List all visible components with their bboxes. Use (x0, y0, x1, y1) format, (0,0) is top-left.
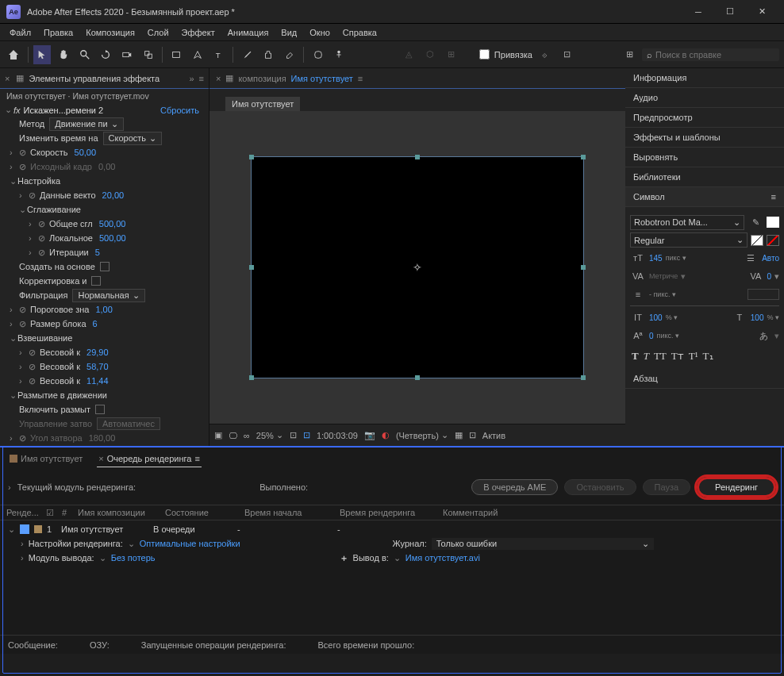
allcaps-button[interactable]: TT (654, 350, 667, 363)
panel-audio[interactable]: Аудио (625, 88, 784, 108)
bold-button[interactable]: T (632, 350, 639, 363)
brush-tool[interactable] (238, 45, 256, 64)
clone-tool[interactable] (259, 45, 278, 64)
help-search[interactable]: ⌕ (642, 48, 779, 61)
no-color-swatch[interactable] (767, 235, 779, 246)
viewer-btn-7[interactable]: ⊡ (469, 430, 476, 440)
stroke-swatch[interactable] (751, 235, 763, 246)
rq-item-checkbox[interactable] (20, 524, 29, 534)
snap-checkbox[interactable] (479, 49, 490, 60)
timecode[interactable]: 1:00:03:09 (317, 431, 358, 440)
render-button[interactable]: Рендеринг (697, 477, 776, 497)
leading-value[interactable]: Авто (762, 254, 779, 263)
menu-window[interactable]: Окно (305, 26, 335, 39)
effect-name[interactable]: Искажен...ремени 2 (24, 106, 104, 115)
render-settings-link[interactable]: Оптимальные настройки (140, 539, 240, 548)
stopwatch-icon[interactable]: ⊘ (29, 362, 38, 371)
panel-preview[interactable]: Предпросмотр (625, 108, 784, 128)
output-file-link[interactable]: Имя отутствует.avi (405, 553, 480, 563)
timeline-tab[interactable]: Имя отутствует (8, 451, 84, 467)
snap-icon-1[interactable]: ⟐ (536, 45, 555, 64)
effect-reset-link[interactable]: Сбросить (160, 106, 199, 115)
effect-controls-tab[interactable]: Элементы управления эффекта (29, 74, 159, 83)
snap-icon-2[interactable]: ⊡ (558, 45, 577, 64)
comp-menu-icon[interactable]: ≡ (358, 74, 363, 83)
add-output-icon[interactable]: ＋ (340, 552, 348, 564)
blur-checkbox[interactable] (95, 405, 105, 414)
kerning-value[interactable]: Метриче (649, 272, 678, 280)
comp-tab-name[interactable]: Имя отутствует (291, 74, 353, 83)
hscale-value[interactable]: 100 (751, 313, 764, 322)
tracking-value[interactable]: 0 (767, 272, 771, 281)
comp-lock-icon[interactable]: ▦ (225, 73, 233, 83)
block-value[interactable]: 6 (93, 319, 98, 328)
quality-dropdown[interactable]: (Четверть) ⌄ (396, 430, 448, 440)
superscript-button[interactable]: T¹ (689, 350, 698, 363)
puppet-tool[interactable] (330, 45, 348, 64)
rectangle-tool[interactable] (167, 45, 186, 64)
pan-behind-tool[interactable] (139, 45, 157, 64)
viewer-btn-1[interactable]: ▣ (214, 430, 222, 440)
panel-lock-icon[interactable]: ▦ (16, 73, 24, 83)
prop-weight[interactable]: Взвешивание (17, 333, 72, 343)
filter-dropdown[interactable]: Нормальная⌄ (72, 289, 144, 302)
char-menu-icon[interactable]: ≡ (771, 192, 776, 202)
menu-file[interactable]: Файл (5, 26, 36, 39)
smallcaps-button[interactable]: Tᴛ (671, 350, 684, 363)
stopwatch-icon[interactable]: ⊘ (29, 348, 38, 357)
journal-dropdown[interactable]: Только ошибки⌄ (432, 538, 654, 550)
ame-button[interactable]: В очередь AME (471, 479, 558, 495)
panel-libraries[interactable]: Библиотеки (625, 167, 784, 187)
roto-tool[interactable] (309, 45, 327, 64)
composition-viewer[interactable]: ✧ (209, 111, 625, 424)
menu-help[interactable]: Справка (338, 26, 382, 39)
help-search-input[interactable] (655, 50, 774, 60)
comp-close-icon[interactable]: × (216, 74, 221, 83)
create-checkbox[interactable] (100, 262, 110, 271)
selection-tool[interactable] (33, 45, 52, 64)
subscript-button[interactable]: T₁ (703, 350, 713, 363)
panel-close-icon[interactable]: × (5, 74, 10, 83)
menu-view[interactable]: Вид (276, 26, 302, 39)
iter-value[interactable]: 5 (95, 248, 100, 257)
camera-tool[interactable] (118, 45, 136, 64)
tool-extra-3[interactable]: ⊞ (442, 45, 460, 64)
viewer-btn-3[interactable]: ∞ (244, 431, 250, 440)
w1-value[interactable]: 29,90 (86, 348, 109, 357)
panel-menu-icon[interactable]: » (189, 74, 194, 83)
snapshot-icon[interactable]: 📷 (364, 430, 375, 440)
fill-swatch[interactable] (767, 217, 779, 228)
menu-edit[interactable]: Правка (39, 26, 78, 39)
correct-checkbox[interactable] (91, 276, 101, 286)
stopwatch-icon[interactable]: ⊘ (19, 148, 29, 157)
prop-tuning[interactable]: Настройка (17, 176, 60, 186)
font-size-value[interactable]: 145 (649, 254, 663, 263)
font-style-dropdown[interactable]: Regular⌄ (630, 232, 747, 248)
stopwatch-icon[interactable]: ⊘ (19, 319, 29, 328)
tool-extra-2[interactable]: ⬡ (421, 45, 439, 64)
zoom-dropdown[interactable]: 25% ⌄ (256, 430, 283, 440)
stroke-input[interactable] (747, 289, 779, 300)
speed-value[interactable]: 50,00 (75, 148, 97, 157)
comp-breadcrumb[interactable]: Имя отутствует (225, 97, 300, 111)
render-queue-tab[interactable]: ×Очередь рендеринга≡ (97, 451, 202, 467)
panel-hamburger-icon[interactable]: ≡ (199, 74, 204, 83)
output-module-link[interactable]: Без потерь (111, 553, 156, 563)
menu-layer[interactable]: Слой (143, 26, 174, 39)
color-icon[interactable]: ◐ (382, 430, 390, 440)
vscale-value[interactable]: 100 (649, 313, 663, 322)
baseline-value[interactable]: 0 (649, 332, 654, 340)
panel-align[interactable]: Выровнять (625, 148, 784, 167)
menu-animation[interactable]: Анимация (223, 26, 274, 39)
maximize-button[interactable]: ☐ (714, 1, 746, 23)
eyedropper-icon[interactable]: ✎ (747, 214, 763, 230)
vector-value[interactable]: 20,00 (102, 190, 125, 200)
minimize-button[interactable]: ─ (682, 1, 714, 23)
threshold-value[interactable]: 1,00 (95, 305, 112, 314)
method-dropdown[interactable]: Движение пи⌄ (49, 117, 123, 131)
menu-effect[interactable]: Эффект (177, 26, 220, 39)
panel-paragraph[interactable]: Абзац (625, 369, 784, 389)
font-dropdown[interactable]: Robotron Dot Ma...⌄ (630, 215, 744, 230)
stopwatch-icon[interactable]: ⊘ (38, 233, 48, 243)
local-value[interactable]: 500,00 (99, 233, 126, 243)
